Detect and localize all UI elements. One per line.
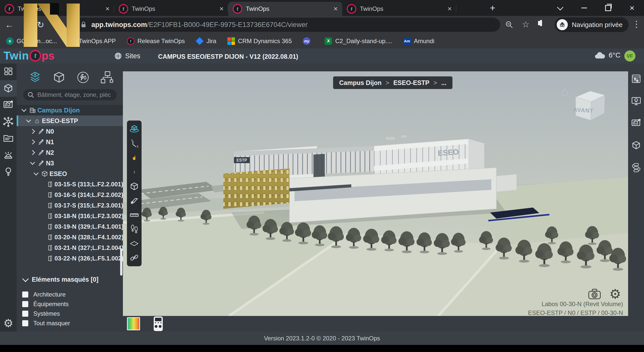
tab-close-icon[interactable]: × xyxy=(220,5,224,13)
chevron-right-icon[interactable] xyxy=(29,130,36,133)
new-tab-button[interactable]: + xyxy=(487,2,499,14)
search-input[interactable] xyxy=(37,91,111,99)
breadcrumb-item[interactable]: ... xyxy=(441,79,446,86)
display-options-icon[interactable] xyxy=(628,71,644,87)
filter-systemes[interactable]: Systèmes xyxy=(17,309,123,318)
elevation-arrow-icon[interactable]: ↕ xyxy=(129,166,140,178)
workflow-icon[interactable] xyxy=(628,159,644,176)
analytics-icon[interactable] xyxy=(0,97,17,113)
screenshot-camera-icon[interactable] xyxy=(588,288,601,300)
screen-ideas-icon[interactable] xyxy=(628,93,644,109)
user-avatar[interactable]: VF xyxy=(624,50,635,62)
zoom-icon[interactable] xyxy=(505,20,514,29)
breadcrumb-item[interactable]: Campus Dijon xyxy=(339,79,382,86)
breadcrumb-item[interactable]: ESEO-ESTP xyxy=(393,79,430,86)
tree-node-eseo-estp[interactable]: ⌂ ESEO-ESTP xyxy=(17,115,123,126)
model-cube-icon[interactable] xyxy=(628,137,644,154)
viewport-breadcrumb[interactable]: Campus Dijon > ESEO-ESTP > ... xyxy=(333,76,452,89)
tree-node-eseo[interactable]: ESEO xyxy=(17,168,123,179)
tree-node-campus[interactable]: Campus Dijon xyxy=(17,105,123,115)
floor-plane-icon[interactable] xyxy=(129,238,140,249)
cube-tool-icon[interactable] xyxy=(52,70,66,85)
link-icon[interactable] xyxy=(129,252,140,263)
chevron-down-icon[interactable] xyxy=(32,173,40,175)
browser-tab-4[interactable]: t TwinOps × xyxy=(342,2,456,16)
tree-leaf-room[interactable]: 03-18-N (316;L.F2.3.002) xyxy=(17,211,123,221)
tab-close-icon[interactable]: × xyxy=(105,5,110,13)
ideas-icon[interactable] xyxy=(0,163,17,180)
axes-icon[interactable]: YX xyxy=(129,138,140,149)
fluids-energy-tool-icon[interactable] xyxy=(76,70,90,85)
hidden-elements-header[interactable]: Eléments masqués [0] xyxy=(17,276,123,283)
bookmark-twinops-app[interactable]: t TwinOps APP xyxy=(68,37,116,45)
tree-leaf-room[interactable]: 03-21-N (327;L.F1.2.004) xyxy=(17,243,123,253)
tree-leaf-room[interactable]: 03-16-S (314;L.F2.2.002) xyxy=(17,190,123,200)
bookmark-amundi[interactable]: Am Amundi xyxy=(403,37,434,45)
viewport-settings-gear-icon[interactable]: ⚙ xyxy=(609,288,621,300)
window-restore-button[interactable] xyxy=(596,0,620,16)
bookmark-release-twinops[interactable]: t Release TwinOps xyxy=(127,37,185,45)
filter-architecture[interactable]: Architecture xyxy=(17,290,123,299)
dashboard-icon[interactable] xyxy=(0,64,17,80)
window-minimize-button[interactable] xyxy=(572,0,596,16)
bookmark-my[interactable]: my xyxy=(303,37,313,45)
bookmark-crm-dynamics[interactable]: CRM Dynamics 365 xyxy=(227,37,292,45)
orbit-home-icon[interactable] xyxy=(129,124,140,135)
tree-node-n1[interactable]: N1 xyxy=(17,137,123,147)
filter-equipements[interactable]: Équipements xyxy=(17,299,123,309)
browser-tab-1[interactable]: t TwinOps × xyxy=(0,2,114,16)
hierarchy-tool-icon[interactable] xyxy=(100,70,114,85)
tab-close-icon[interactable]: × xyxy=(448,5,452,13)
remote-device-icon[interactable] xyxy=(154,316,163,331)
viewer-3d-icon[interactable] xyxy=(0,80,17,97)
bookmark-jira[interactable]: Jira xyxy=(196,37,216,45)
side-panel-icon[interactable] xyxy=(540,21,542,25)
tout-masquer-checkbox[interactable] xyxy=(22,320,28,326)
tree-node-n2[interactable]: N2 xyxy=(17,147,123,158)
sites-menu[interactable]: Sites xyxy=(114,52,140,60)
architecture-checkbox[interactable] xyxy=(22,291,28,298)
section-plane-icon[interactable] xyxy=(129,195,140,206)
chevron-right-icon[interactable] xyxy=(29,140,36,144)
reload-button[interactable]: ↻ xyxy=(35,19,46,31)
chevron-down-icon[interactable] xyxy=(25,120,32,122)
window-close-button[interactable]: × xyxy=(620,0,644,16)
isolate-cube-icon[interactable] xyxy=(129,181,140,192)
tree-leaf-room[interactable]: 03-17-S (315;L.F2.3.001) xyxy=(17,200,123,211)
select-hand-icon[interactable]: ☝ xyxy=(129,152,140,163)
tree-scrollbar[interactable] xyxy=(120,248,122,276)
filter-tout-masquer[interactable]: Tout masquer xyxy=(17,318,123,328)
walk-footprints-icon[interactable] xyxy=(129,223,140,234)
alerts-icon[interactable] xyxy=(0,147,17,163)
browser-tab-2[interactable]: t TwinOps × xyxy=(114,2,228,16)
measure-ruler-icon[interactable] xyxy=(129,209,140,220)
home-view-icon[interactable]: ⌂ xyxy=(561,84,568,98)
view-cube[interactable]: AVANT xyxy=(570,86,609,124)
documents-icon[interactable] xyxy=(0,130,17,147)
chevron-right-icon[interactable] xyxy=(29,151,36,154)
chevron-down-icon[interactable] xyxy=(20,109,28,111)
bookmark-go-doc[interactable]: s GO-Twin...oc... xyxy=(6,37,57,45)
tree-search[interactable] xyxy=(23,89,117,100)
tree-leaf-room[interactable]: 03-19-N (329;L.F4.1.001) xyxy=(17,221,123,232)
back-button[interactable]: ← xyxy=(4,19,15,31)
address-bar[interactable]: app.twinops.com/E2F10FB1-B000-49EF-9975-… xyxy=(73,18,500,32)
chevron-down-icon[interactable] xyxy=(29,162,36,164)
layers-tool-icon[interactable] xyxy=(28,70,42,85)
equipements-checkbox[interactable] xyxy=(22,301,28,307)
systemes-checkbox[interactable] xyxy=(22,311,28,317)
settings-gear-icon[interactable]: ⚙ xyxy=(0,315,17,331)
bookmark-daily-standup[interactable]: X C2_Daily-stand-up.... xyxy=(325,37,392,45)
network-icon[interactable] xyxy=(0,113,17,130)
tree-leaf-room[interactable]: 03-15-S (313;L.F2.2.001) xyxy=(17,179,123,190)
browser-menu-icon[interactable]: ⋮ xyxy=(631,19,641,29)
heatmap-legend-icon[interactable] xyxy=(127,317,140,330)
tree-leaf-room[interactable]: 03-22-N (326;L.F5.1.002) xyxy=(17,253,123,264)
tab-close-icon[interactable]: × xyxy=(334,5,338,13)
tree-leaf-room[interactable]: 03-20-N (328;L.F4.1.002) xyxy=(17,232,123,243)
tab-search-chevron-icon[interactable] xyxy=(548,0,572,16)
viewport-3d[interactable]: ESEO ESTP xyxy=(123,71,628,316)
browser-tab-3-active[interactable]: t TwinOps × xyxy=(228,2,342,16)
tree-node-n0[interactable]: N0 xyxy=(17,126,123,137)
analytics-screen-icon[interactable] xyxy=(628,115,644,132)
